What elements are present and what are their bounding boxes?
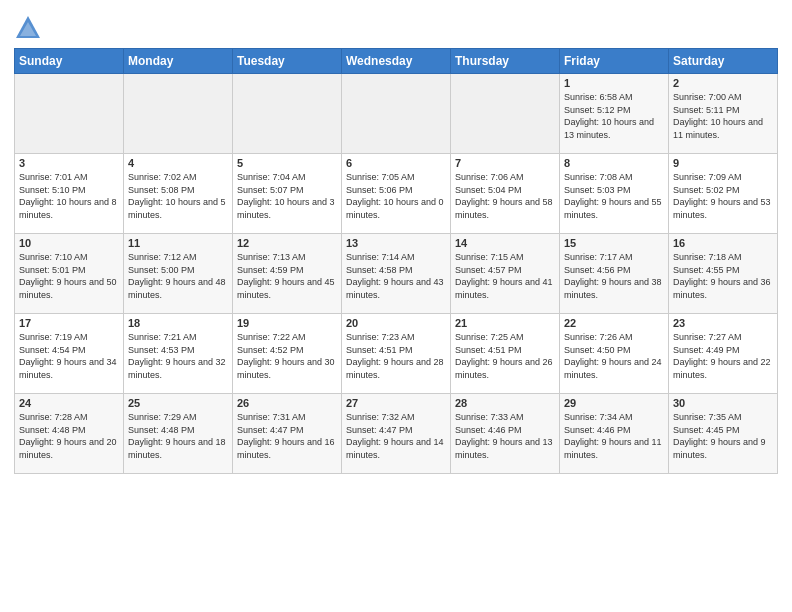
day-info: Sunrise: 7:26 AMSunset: 4:50 PMDaylight:…: [564, 331, 664, 381]
calendar-cell: 21Sunrise: 7:25 AMSunset: 4:51 PMDayligh…: [451, 314, 560, 394]
day-info: Sunrise: 7:15 AMSunset: 4:57 PMDaylight:…: [455, 251, 555, 301]
page: SundayMondayTuesdayWednesdayThursdayFrid…: [0, 0, 792, 612]
day-info: Sunrise: 7:34 AMSunset: 4:46 PMDaylight:…: [564, 411, 664, 461]
calendar-cell: 10Sunrise: 7:10 AMSunset: 5:01 PMDayligh…: [15, 234, 124, 314]
day-number: 16: [673, 237, 773, 249]
calendar-header-row: SundayMondayTuesdayWednesdayThursdayFrid…: [15, 49, 778, 74]
calendar-cell: 6Sunrise: 7:05 AMSunset: 5:06 PMDaylight…: [342, 154, 451, 234]
calendar-cell: 26Sunrise: 7:31 AMSunset: 4:47 PMDayligh…: [233, 394, 342, 474]
calendar-cell: 28Sunrise: 7:33 AMSunset: 4:46 PMDayligh…: [451, 394, 560, 474]
day-header-wednesday: Wednesday: [342, 49, 451, 74]
day-number: 10: [19, 237, 119, 249]
calendar-cell: 2Sunrise: 7:00 AMSunset: 5:11 PMDaylight…: [669, 74, 778, 154]
day-header-monday: Monday: [124, 49, 233, 74]
day-number: 19: [237, 317, 337, 329]
day-number: 17: [19, 317, 119, 329]
calendar-cell: 29Sunrise: 7:34 AMSunset: 4:46 PMDayligh…: [560, 394, 669, 474]
day-info: Sunrise: 7:23 AMSunset: 4:51 PMDaylight:…: [346, 331, 446, 381]
calendar-body: 1Sunrise: 6:58 AMSunset: 5:12 PMDaylight…: [15, 74, 778, 474]
calendar-cell: 23Sunrise: 7:27 AMSunset: 4:49 PMDayligh…: [669, 314, 778, 394]
day-info: Sunrise: 7:14 AMSunset: 4:58 PMDaylight:…: [346, 251, 446, 301]
day-info: Sunrise: 7:05 AMSunset: 5:06 PMDaylight:…: [346, 171, 446, 221]
day-number: 18: [128, 317, 228, 329]
day-number: 29: [564, 397, 664, 409]
day-number: 1: [564, 77, 664, 89]
day-number: 3: [19, 157, 119, 169]
day-info: Sunrise: 7:00 AMSunset: 5:11 PMDaylight:…: [673, 91, 773, 141]
day-number: 22: [564, 317, 664, 329]
day-info: Sunrise: 7:08 AMSunset: 5:03 PMDaylight:…: [564, 171, 664, 221]
calendar-cell: 14Sunrise: 7:15 AMSunset: 4:57 PMDayligh…: [451, 234, 560, 314]
day-number: 8: [564, 157, 664, 169]
day-number: 5: [237, 157, 337, 169]
calendar-cell: 5Sunrise: 7:04 AMSunset: 5:07 PMDaylight…: [233, 154, 342, 234]
calendar-cell: [124, 74, 233, 154]
day-number: 24: [19, 397, 119, 409]
day-number: 27: [346, 397, 446, 409]
calendar-cell: [451, 74, 560, 154]
day-info: Sunrise: 7:22 AMSunset: 4:52 PMDaylight:…: [237, 331, 337, 381]
day-header-tuesday: Tuesday: [233, 49, 342, 74]
day-number: 28: [455, 397, 555, 409]
day-info: Sunrise: 7:12 AMSunset: 5:00 PMDaylight:…: [128, 251, 228, 301]
calendar-cell: 22Sunrise: 7:26 AMSunset: 4:50 PMDayligh…: [560, 314, 669, 394]
day-info: Sunrise: 7:31 AMSunset: 4:47 PMDaylight:…: [237, 411, 337, 461]
day-info: Sunrise: 7:09 AMSunset: 5:02 PMDaylight:…: [673, 171, 773, 221]
calendar-cell: 3Sunrise: 7:01 AMSunset: 5:10 PMDaylight…: [15, 154, 124, 234]
day-number: 21: [455, 317, 555, 329]
day-number: 23: [673, 317, 773, 329]
day-number: 30: [673, 397, 773, 409]
calendar-cell: 1Sunrise: 6:58 AMSunset: 5:12 PMDaylight…: [560, 74, 669, 154]
day-number: 25: [128, 397, 228, 409]
day-number: 26: [237, 397, 337, 409]
day-info: Sunrise: 7:13 AMSunset: 4:59 PMDaylight:…: [237, 251, 337, 301]
logo: [14, 14, 46, 42]
day-info: Sunrise: 7:02 AMSunset: 5:08 PMDaylight:…: [128, 171, 228, 221]
day-info: Sunrise: 7:29 AMSunset: 4:48 PMDaylight:…: [128, 411, 228, 461]
calendar-cell: 7Sunrise: 7:06 AMSunset: 5:04 PMDaylight…: [451, 154, 560, 234]
calendar-header: SundayMondayTuesdayWednesdayThursdayFrid…: [15, 49, 778, 74]
calendar-cell: 12Sunrise: 7:13 AMSunset: 4:59 PMDayligh…: [233, 234, 342, 314]
day-number: 20: [346, 317, 446, 329]
day-info: Sunrise: 7:32 AMSunset: 4:47 PMDaylight:…: [346, 411, 446, 461]
day-info: Sunrise: 6:58 AMSunset: 5:12 PMDaylight:…: [564, 91, 664, 141]
day-info: Sunrise: 7:04 AMSunset: 5:07 PMDaylight:…: [237, 171, 337, 221]
day-info: Sunrise: 7:28 AMSunset: 4:48 PMDaylight:…: [19, 411, 119, 461]
calendar-cell: 18Sunrise: 7:21 AMSunset: 4:53 PMDayligh…: [124, 314, 233, 394]
day-info: Sunrise: 7:18 AMSunset: 4:55 PMDaylight:…: [673, 251, 773, 301]
day-number: 9: [673, 157, 773, 169]
day-info: Sunrise: 7:27 AMSunset: 4:49 PMDaylight:…: [673, 331, 773, 381]
week-row-1: 1Sunrise: 6:58 AMSunset: 5:12 PMDaylight…: [15, 74, 778, 154]
calendar-cell: 25Sunrise: 7:29 AMSunset: 4:48 PMDayligh…: [124, 394, 233, 474]
calendar-cell: 4Sunrise: 7:02 AMSunset: 5:08 PMDaylight…: [124, 154, 233, 234]
calendar-cell: 27Sunrise: 7:32 AMSunset: 4:47 PMDayligh…: [342, 394, 451, 474]
calendar-cell: [342, 74, 451, 154]
day-info: Sunrise: 7:33 AMSunset: 4:46 PMDaylight:…: [455, 411, 555, 461]
calendar-cell: 15Sunrise: 7:17 AMSunset: 4:56 PMDayligh…: [560, 234, 669, 314]
day-info: Sunrise: 7:19 AMSunset: 4:54 PMDaylight:…: [19, 331, 119, 381]
week-row-5: 24Sunrise: 7:28 AMSunset: 4:48 PMDayligh…: [15, 394, 778, 474]
calendar-cell: 16Sunrise: 7:18 AMSunset: 4:55 PMDayligh…: [669, 234, 778, 314]
day-info: Sunrise: 7:06 AMSunset: 5:04 PMDaylight:…: [455, 171, 555, 221]
week-row-2: 3Sunrise: 7:01 AMSunset: 5:10 PMDaylight…: [15, 154, 778, 234]
day-number: 6: [346, 157, 446, 169]
day-info: Sunrise: 7:25 AMSunset: 4:51 PMDaylight:…: [455, 331, 555, 381]
day-number: 13: [346, 237, 446, 249]
calendar-cell: 30Sunrise: 7:35 AMSunset: 4:45 PMDayligh…: [669, 394, 778, 474]
calendar-cell: 11Sunrise: 7:12 AMSunset: 5:00 PMDayligh…: [124, 234, 233, 314]
week-row-4: 17Sunrise: 7:19 AMSunset: 4:54 PMDayligh…: [15, 314, 778, 394]
logo-icon: [14, 14, 42, 42]
day-header-thursday: Thursday: [451, 49, 560, 74]
day-number: 14: [455, 237, 555, 249]
day-info: Sunrise: 7:21 AMSunset: 4:53 PMDaylight:…: [128, 331, 228, 381]
day-header-sunday: Sunday: [15, 49, 124, 74]
calendar-cell: 24Sunrise: 7:28 AMSunset: 4:48 PMDayligh…: [15, 394, 124, 474]
calendar-cell: 19Sunrise: 7:22 AMSunset: 4:52 PMDayligh…: [233, 314, 342, 394]
calendar-cell: 9Sunrise: 7:09 AMSunset: 5:02 PMDaylight…: [669, 154, 778, 234]
day-number: 11: [128, 237, 228, 249]
calendar-table: SundayMondayTuesdayWednesdayThursdayFrid…: [14, 48, 778, 474]
calendar-cell: [15, 74, 124, 154]
day-info: Sunrise: 7:10 AMSunset: 5:01 PMDaylight:…: [19, 251, 119, 301]
calendar-cell: [233, 74, 342, 154]
week-row-3: 10Sunrise: 7:10 AMSunset: 5:01 PMDayligh…: [15, 234, 778, 314]
